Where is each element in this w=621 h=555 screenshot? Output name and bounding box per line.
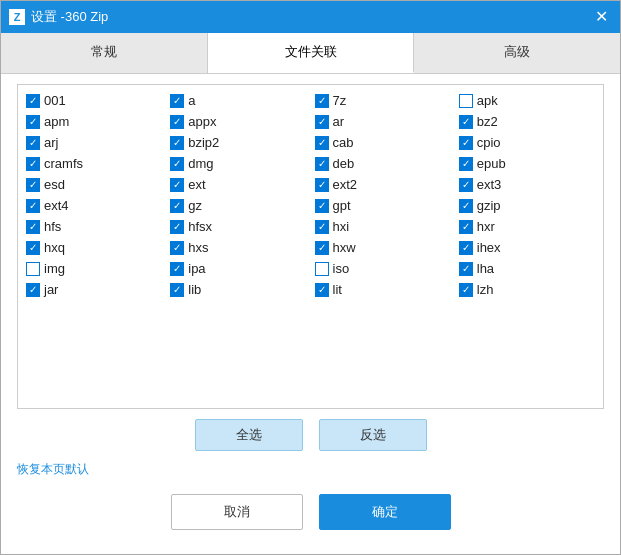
list-item: 001 [22,91,166,110]
tab-general[interactable]: 常规 [1,33,208,73]
file-checkbox[interactable] [459,199,473,213]
file-label: bz2 [477,114,498,129]
file-checkbox[interactable] [26,157,40,171]
file-checkbox[interactable] [170,115,184,129]
file-checkbox[interactable] [315,199,329,213]
list-item: deb [311,154,455,173]
file-label: cpio [477,135,501,150]
list-item: img [22,259,166,278]
invert-button[interactable]: 反选 [319,419,427,451]
file-checkbox[interactable] [170,283,184,297]
file-checkbox[interactable] [459,283,473,297]
file-checkbox[interactable] [315,136,329,150]
file-checkbox[interactable] [170,262,184,276]
file-label: jar [44,282,58,297]
tab-file-assoc[interactable]: 文件关联 [208,33,415,73]
file-label: lit [333,282,342,297]
file-checkbox[interactable] [459,220,473,234]
file-label: hxi [333,219,350,234]
file-checkbox[interactable] [170,220,184,234]
file-label: lib [188,282,201,297]
file-checkbox[interactable] [170,157,184,171]
file-checkbox[interactable] [26,283,40,297]
file-label: ext2 [333,177,358,192]
file-checkbox[interactable] [315,157,329,171]
file-label: ipa [188,261,205,276]
file-checkbox[interactable] [315,94,329,108]
list-item: ihex [455,238,599,257]
list-item: hxw [311,238,455,257]
list-item: lha [455,259,599,278]
titlebar-left: Z 设置 -360 Zip [9,8,108,26]
file-checkbox[interactable] [26,220,40,234]
list-item: cramfs [22,154,166,173]
file-label: ext4 [44,198,69,213]
file-checkbox[interactable] [459,178,473,192]
file-list-scroll[interactable]: 001a7zapkapmappxarbz2arjbzip2cabcpiocram… [18,85,603,408]
file-checkbox[interactable] [459,115,473,129]
file-label: iso [333,261,350,276]
list-item: gz [166,196,310,215]
file-label: ext3 [477,177,502,192]
file-checkbox[interactable] [170,241,184,255]
list-item: hxr [455,217,599,236]
select-all-button[interactable]: 全选 [195,419,303,451]
file-checkbox[interactable] [170,199,184,213]
file-checkbox[interactable] [315,115,329,129]
file-checkbox[interactable] [315,241,329,255]
file-list-area: 001a7zapkapmappxarbz2arjbzip2cabcpiocram… [17,84,604,409]
cancel-button[interactable]: 取消 [171,494,303,530]
file-checkbox[interactable] [459,157,473,171]
list-item: a [166,91,310,110]
list-item: dmg [166,154,310,173]
list-item: bz2 [455,112,599,131]
close-button[interactable]: ✕ [591,7,612,27]
file-checkbox[interactable] [26,241,40,255]
file-checkbox[interactable] [26,178,40,192]
list-item: apm [22,112,166,131]
action-buttons: 全选 反选 [17,409,604,457]
file-checkbox[interactable] [315,262,329,276]
restore-default-link[interactable]: 恢复本页默认 [17,457,604,484]
file-checkbox[interactable] [315,178,329,192]
file-label: hfs [44,219,61,234]
file-label: lzh [477,282,494,297]
file-checkbox[interactable] [26,262,40,276]
file-checkbox[interactable] [459,262,473,276]
file-label: dmg [188,156,213,171]
main-content: 001a7zapkapmappxarbz2arjbzip2cabcpiocram… [1,74,620,554]
file-checkbox[interactable] [315,283,329,297]
file-checkbox[interactable] [26,94,40,108]
file-checkbox[interactable] [26,115,40,129]
file-checkbox[interactable] [170,136,184,150]
file-label: appx [188,114,216,129]
file-label: ext [188,177,205,192]
file-checkbox[interactable] [459,94,473,108]
list-item: hxq [22,238,166,257]
file-checkbox[interactable] [459,241,473,255]
list-item: gzip [455,196,599,215]
list-item: appx [166,112,310,131]
list-item: hfs [22,217,166,236]
file-checkbox[interactable] [459,136,473,150]
file-label: esd [44,177,65,192]
file-checkbox[interactable] [170,94,184,108]
file-label: apm [44,114,69,129]
file-label: a [188,93,195,108]
list-item: ext4 [22,196,166,215]
file-label: 7z [333,93,347,108]
confirm-button[interactable]: 确定 [319,494,451,530]
file-label: gzip [477,198,501,213]
tab-advanced[interactable]: 高级 [414,33,620,73]
file-label: epub [477,156,506,171]
list-item: ext2 [311,175,455,194]
file-label: cab [333,135,354,150]
list-item: hxs [166,238,310,257]
file-checkbox[interactable] [315,220,329,234]
file-checkbox[interactable] [26,136,40,150]
file-checkbox[interactable] [26,199,40,213]
file-grid: 001a7zapkapmappxarbz2arjbzip2cabcpiocram… [22,91,599,299]
file-label: deb [333,156,355,171]
file-checkbox[interactable] [170,178,184,192]
file-label: arj [44,135,58,150]
